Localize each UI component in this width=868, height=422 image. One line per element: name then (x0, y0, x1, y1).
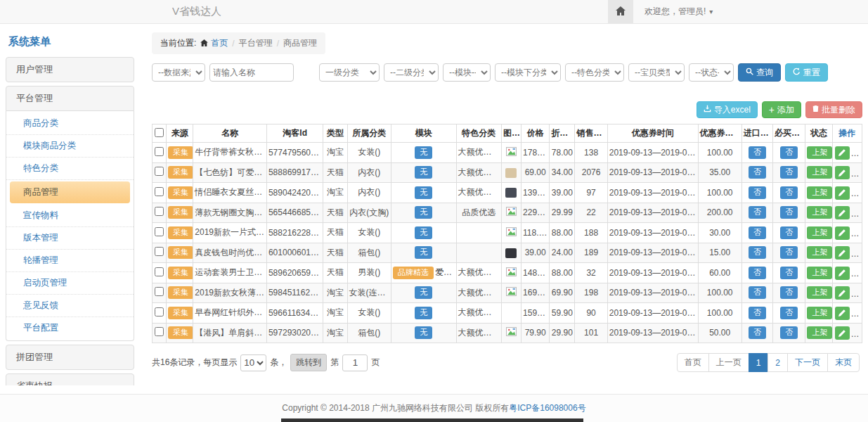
import-select-badge[interactable]: 否 (749, 307, 766, 319)
icp-link[interactable]: 粤ICP备16098006号 (509, 402, 585, 414)
edit-button[interactable] (835, 307, 850, 320)
must-buy-badge[interactable]: 否 (780, 186, 798, 199)
status-badge[interactable]: 上架 (807, 326, 832, 339)
edit-button[interactable] (835, 326, 850, 340)
row-checkbox[interactable] (155, 327, 164, 336)
edit-button[interactable] (835, 246, 850, 260)
sidebar-item-平台配置[interactable]: 平台配置 (6, 317, 134, 339)
data-source-select[interactable]: --数据来源-- (152, 63, 205, 82)
sidebar-item-版本管理[interactable]: 版本管理 (6, 227, 134, 250)
edit-button[interactable] (835, 146, 850, 160)
import-excel-button[interactable]: 导入excel (697, 101, 758, 118)
status-badge[interactable]: 上架 (807, 146, 832, 159)
column-header-价格: 价格 (522, 124, 550, 143)
must-buy-badge[interactable]: 否 (780, 246, 798, 259)
status-badge[interactable]: 上架 (807, 286, 832, 299)
pager-button-2[interactable]: 2 (767, 353, 788, 372)
row-checkbox[interactable] (155, 147, 164, 156)
must-buy-badge[interactable]: 否 (780, 326, 798, 339)
import-select-badge[interactable]: 否 (749, 186, 766, 199)
category-level2-select[interactable]: --二级分类-- (384, 63, 439, 82)
row-checkbox[interactable] (155, 247, 164, 256)
must-buy-badge[interactable]: 否 (780, 166, 798, 179)
must-buy-cell: 否 (773, 183, 805, 203)
must-buy-badge[interactable]: 否 (780, 146, 798, 159)
status-badge[interactable]: 上架 (807, 226, 832, 239)
edit-button[interactable] (835, 267, 850, 280)
sidebar-group-平台管理[interactable]: 平台管理 (6, 86, 134, 111)
sidebar-item-轮播管理[interactable]: 轮播管理 (6, 250, 134, 272)
import-select-badge[interactable]: 否 (749, 226, 766, 239)
row-checkbox[interactable] (155, 267, 164, 276)
search-button[interactable]: 查询 (738, 63, 781, 82)
name-search-input[interactable] (209, 63, 294, 82)
import-select-badge[interactable]: 否 (749, 246, 766, 259)
status-badge[interactable]: 上架 (807, 267, 832, 279)
pager-button-1[interactable]: 1 (749, 353, 769, 372)
row-checkbox[interactable] (155, 287, 164, 296)
edit-button[interactable] (835, 206, 850, 219)
name-cell: 早春网红针织外套女春... (193, 303, 267, 324)
status-select[interactable]: --状态-- (689, 63, 734, 82)
sidebar-item-模块商品分类[interactable]: 模块商品分类 (6, 135, 134, 158)
import-select-cell: 否 (741, 283, 772, 303)
select-all-checkbox[interactable] (155, 128, 164, 137)
sidebar-group-用户管理[interactable]: 用户管理 (6, 57, 134, 82)
import-select-badge[interactable]: 否 (749, 267, 766, 279)
status-badge[interactable]: 上架 (807, 307, 832, 319)
source-cell: 采集 (167, 223, 193, 243)
sidebar-item-商品管理[interactable]: 商品管理 (10, 181, 130, 203)
row-checkbox[interactable] (155, 187, 164, 196)
must-buy-badge[interactable]: 否 (780, 226, 798, 239)
status-badge[interactable]: 上架 (807, 206, 832, 219)
sidebar-item-启动页管理[interactable]: 启动页管理 (6, 272, 134, 295)
batch-delete-button[interactable]: 批量删除 (805, 101, 862, 118)
add-button-label: 添加 (777, 104, 794, 116)
status-badge[interactable]: 上架 (807, 246, 832, 259)
sidebar-item-商品分类[interactable]: 商品分类 (6, 113, 134, 135)
feature-category-select[interactable]: --特色分类-- (565, 63, 624, 82)
edit-button[interactable] (835, 286, 850, 300)
row-checkbox[interactable] (155, 307, 164, 316)
must-buy-badge[interactable]: 否 (780, 307, 798, 319)
module-subcategory-select[interactable]: --模块下分类-- (495, 63, 561, 82)
import-select-badge[interactable]: 否 (749, 206, 766, 219)
pager-button-下一页[interactable]: 下一页 (787, 353, 828, 372)
jump-to-button[interactable]: 跳转到 (290, 354, 327, 371)
page-jump-input[interactable] (342, 354, 368, 371)
status-badge[interactable]: 上架 (807, 186, 832, 199)
reset-button[interactable]: 重置 (785, 63, 828, 82)
row-checkbox[interactable] (155, 227, 164, 236)
must-buy-badge[interactable]: 否 (780, 267, 798, 279)
import-select-badge[interactable]: 否 (749, 146, 766, 159)
edit-button[interactable] (835, 186, 850, 200)
breadcrumb-home-link[interactable]: 首页 (211, 37, 228, 49)
item-type-select[interactable]: --宝贝类型-- (628, 63, 685, 82)
must-buy-badge[interactable]: 否 (780, 206, 798, 219)
sidebar-item-特色分类[interactable]: 特色分类 (6, 158, 134, 180)
pager-button-末页[interactable]: 末页 (827, 353, 860, 372)
user-menu[interactable]: 欢迎您，管理员! ▾ (644, 6, 713, 18)
must-buy-badge[interactable]: 否 (780, 286, 798, 299)
pager-button-上一页[interactable]: 上一页 (708, 353, 749, 372)
import-select-badge[interactable]: 否 (749, 326, 766, 339)
row-checkbox[interactable] (155, 167, 164, 176)
page-size-select[interactable]: 10 (240, 354, 266, 371)
sidebar-group-省惠快报[interactable]: 省惠快报 (6, 373, 134, 385)
broken-image-icon (506, 269, 517, 279)
module-select[interactable]: --模块-- (443, 63, 491, 82)
edit-button[interactable] (835, 166, 850, 179)
sidebar-group-拼团管理[interactable]: 拼团管理 (6, 345, 134, 370)
status-badge[interactable]: 上架 (807, 166, 832, 179)
sidebar-item-宣传物料[interactable]: 宣传物料 (6, 205, 134, 227)
category-level1-select[interactable]: 一级分类 (319, 63, 380, 82)
edit-button[interactable] (835, 226, 850, 240)
add-button[interactable]: + 添加 (762, 101, 801, 118)
row-checkbox[interactable] (155, 207, 164, 216)
import-select-badge[interactable]: 否 (749, 166, 766, 179)
pager-button-首页[interactable]: 首页 (677, 353, 709, 372)
source-badge: 采集 (168, 307, 193, 319)
import-select-badge[interactable]: 否 (749, 286, 766, 299)
sidebar-item-意见反馈[interactable]: 意见反馈 (6, 295, 134, 317)
home-button[interactable] (608, 0, 633, 23)
